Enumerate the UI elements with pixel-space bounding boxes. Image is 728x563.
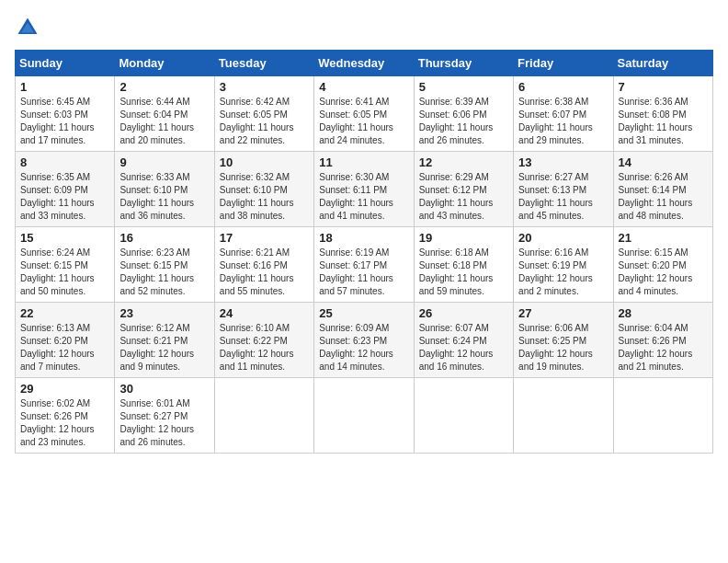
day-number: 13 bbox=[518, 155, 608, 169]
day-number: 14 bbox=[619, 155, 708, 169]
calendar-cell: 20 Sunrise: 6:16 AM Sunset: 6:19 PM Dayl… bbox=[514, 227, 613, 303]
col-header-thursday: Thursday bbox=[414, 51, 513, 76]
calendar-cell: 9 Sunrise: 6:33 AM Sunset: 6:10 PM Dayli… bbox=[115, 152, 214, 227]
day-info: Sunrise: 6:16 AM Sunset: 6:19 PM Dayligh… bbox=[518, 247, 608, 298]
calendar-cell: 27 Sunrise: 6:06 AM Sunset: 6:25 PM Dayl… bbox=[514, 303, 613, 378]
calendar-cell bbox=[214, 378, 313, 454]
calendar-week-row: 8 Sunrise: 6:35 AM Sunset: 6:09 PM Dayli… bbox=[16, 152, 713, 227]
day-info: Sunrise: 6:02 AM Sunset: 6:26 PM Dayligh… bbox=[20, 397, 109, 449]
calendar-table: SundayMondayTuesdayWednesdayThursdayFrid… bbox=[15, 50, 713, 454]
calendar-week-row: 22 Sunrise: 6:13 AM Sunset: 6:20 PM Dayl… bbox=[16, 303, 713, 378]
day-info: Sunrise: 6:07 AM Sunset: 6:24 PM Dayligh… bbox=[419, 322, 508, 373]
col-header-monday: Monday bbox=[115, 51, 214, 76]
logo bbox=[15, 15, 44, 40]
day-number: 9 bbox=[119, 155, 209, 169]
day-number: 4 bbox=[319, 80, 408, 94]
day-info: Sunrise: 6:21 AM Sunset: 6:16 PM Dayligh… bbox=[220, 247, 309, 298]
day-number: 3 bbox=[220, 80, 309, 94]
calendar-cell: 28 Sunrise: 6:04 AM Sunset: 6:26 PM Dayl… bbox=[613, 303, 712, 378]
day-info: Sunrise: 6:29 AM Sunset: 6:12 PM Dayligh… bbox=[419, 171, 508, 223]
day-info: Sunrise: 6:18 AM Sunset: 6:18 PM Dayligh… bbox=[419, 247, 508, 298]
calendar-cell: 26 Sunrise: 6:07 AM Sunset: 6:24 PM Dayl… bbox=[414, 303, 513, 378]
day-info: Sunrise: 6:33 AM Sunset: 6:10 PM Dayligh… bbox=[119, 171, 209, 223]
day-info: Sunrise: 6:04 AM Sunset: 6:26 PM Dayligh… bbox=[619, 322, 708, 373]
calendar-cell: 29 Sunrise: 6:02 AM Sunset: 6:26 PM Dayl… bbox=[16, 378, 115, 454]
day-info: Sunrise: 6:42 AM Sunset: 6:05 PM Dayligh… bbox=[220, 96, 309, 147]
calendar-week-row: 29 Sunrise: 6:02 AM Sunset: 6:26 PM Dayl… bbox=[16, 378, 713, 454]
day-info: Sunrise: 6:10 AM Sunset: 6:22 PM Dayligh… bbox=[220, 322, 309, 373]
calendar-header-row: SundayMondayTuesdayWednesdayThursdayFrid… bbox=[16, 51, 713, 76]
day-number: 1 bbox=[20, 80, 109, 94]
day-number: 21 bbox=[619, 231, 708, 245]
calendar-week-row: 15 Sunrise: 6:24 AM Sunset: 6:15 PM Dayl… bbox=[16, 227, 713, 303]
day-info: Sunrise: 6:36 AM Sunset: 6:08 PM Dayligh… bbox=[619, 96, 708, 147]
day-number: 2 bbox=[119, 80, 209, 94]
day-info: Sunrise: 6:44 AM Sunset: 6:04 PM Dayligh… bbox=[119, 96, 209, 147]
calendar-cell: 19 Sunrise: 6:18 AM Sunset: 6:18 PM Dayl… bbox=[414, 227, 513, 303]
day-info: Sunrise: 6:32 AM Sunset: 6:10 PM Dayligh… bbox=[220, 171, 309, 223]
day-info: Sunrise: 6:15 AM Sunset: 6:20 PM Dayligh… bbox=[619, 247, 708, 298]
calendar-cell: 25 Sunrise: 6:09 AM Sunset: 6:23 PM Dayl… bbox=[314, 303, 414, 378]
calendar-cell: 6 Sunrise: 6:38 AM Sunset: 6:07 PM Dayli… bbox=[514, 76, 613, 152]
calendar-week-row: 1 Sunrise: 6:45 AM Sunset: 6:03 PM Dayli… bbox=[16, 76, 713, 152]
day-info: Sunrise: 6:45 AM Sunset: 6:03 PM Dayligh… bbox=[20, 96, 109, 147]
calendar-cell: 18 Sunrise: 6:19 AM Sunset: 6:17 PM Dayl… bbox=[314, 227, 414, 303]
day-number: 27 bbox=[518, 306, 608, 320]
header bbox=[15, 15, 713, 40]
calendar-cell: 14 Sunrise: 6:26 AM Sunset: 6:14 PM Dayl… bbox=[613, 152, 712, 227]
calendar-cell: 22 Sunrise: 6:13 AM Sunset: 6:20 PM Dayl… bbox=[16, 303, 115, 378]
calendar-cell: 3 Sunrise: 6:42 AM Sunset: 6:05 PM Dayli… bbox=[214, 76, 313, 152]
day-info: Sunrise: 6:06 AM Sunset: 6:25 PM Dayligh… bbox=[518, 322, 608, 373]
day-info: Sunrise: 6:35 AM Sunset: 6:09 PM Dayligh… bbox=[20, 171, 109, 223]
day-number: 7 bbox=[619, 80, 708, 94]
col-header-sunday: Sunday bbox=[16, 51, 115, 76]
day-number: 20 bbox=[518, 231, 608, 245]
calendar-cell: 5 Sunrise: 6:39 AM Sunset: 6:06 PM Dayli… bbox=[414, 76, 513, 152]
day-number: 17 bbox=[220, 231, 309, 245]
calendar-cell: 16 Sunrise: 6:23 AM Sunset: 6:15 PM Dayl… bbox=[115, 227, 214, 303]
col-header-friday: Friday bbox=[514, 51, 613, 76]
col-header-saturday: Saturday bbox=[613, 51, 712, 76]
day-number: 10 bbox=[220, 155, 309, 169]
calendar-cell: 17 Sunrise: 6:21 AM Sunset: 6:16 PM Dayl… bbox=[214, 227, 313, 303]
day-number: 30 bbox=[119, 382, 209, 396]
day-number: 5 bbox=[419, 80, 508, 94]
day-number: 6 bbox=[518, 80, 608, 94]
calendar-cell: 23 Sunrise: 6:12 AM Sunset: 6:21 PM Dayl… bbox=[115, 303, 214, 378]
day-info: Sunrise: 6:09 AM Sunset: 6:23 PM Dayligh… bbox=[319, 322, 408, 373]
day-info: Sunrise: 6:38 AM Sunset: 6:07 PM Dayligh… bbox=[518, 96, 608, 147]
calendar-cell: 4 Sunrise: 6:41 AM Sunset: 6:05 PM Dayli… bbox=[314, 76, 414, 152]
calendar-cell bbox=[514, 378, 613, 454]
day-info: Sunrise: 6:24 AM Sunset: 6:15 PM Dayligh… bbox=[20, 247, 109, 298]
logo-icon bbox=[15, 15, 40, 40]
calendar-cell: 12 Sunrise: 6:29 AM Sunset: 6:12 PM Dayl… bbox=[414, 152, 513, 227]
calendar-cell: 13 Sunrise: 6:27 AM Sunset: 6:13 PM Dayl… bbox=[514, 152, 613, 227]
day-number: 22 bbox=[20, 306, 109, 320]
calendar-cell: 21 Sunrise: 6:15 AM Sunset: 6:20 PM Dayl… bbox=[613, 227, 712, 303]
day-number: 15 bbox=[20, 231, 109, 245]
calendar-cell bbox=[613, 378, 712, 454]
day-number: 24 bbox=[220, 306, 309, 320]
day-info: Sunrise: 6:01 AM Sunset: 6:27 PM Dayligh… bbox=[119, 397, 209, 449]
day-info: Sunrise: 6:12 AM Sunset: 6:21 PM Dayligh… bbox=[119, 322, 209, 373]
day-info: Sunrise: 6:30 AM Sunset: 6:11 PM Dayligh… bbox=[319, 171, 408, 223]
calendar-cell: 7 Sunrise: 6:36 AM Sunset: 6:08 PM Dayli… bbox=[613, 76, 712, 152]
calendar-cell: 24 Sunrise: 6:10 AM Sunset: 6:22 PM Dayl… bbox=[214, 303, 313, 378]
calendar-cell bbox=[414, 378, 513, 454]
day-number: 25 bbox=[319, 306, 408, 320]
calendar-cell: 2 Sunrise: 6:44 AM Sunset: 6:04 PM Dayli… bbox=[115, 76, 214, 152]
calendar-cell: 15 Sunrise: 6:24 AM Sunset: 6:15 PM Dayl… bbox=[16, 227, 115, 303]
day-number: 26 bbox=[419, 306, 508, 320]
day-number: 8 bbox=[20, 155, 109, 169]
day-info: Sunrise: 6:39 AM Sunset: 6:06 PM Dayligh… bbox=[419, 96, 508, 147]
day-info: Sunrise: 6:41 AM Sunset: 6:05 PM Dayligh… bbox=[319, 96, 408, 147]
day-number: 23 bbox=[119, 306, 209, 320]
calendar-cell: 10 Sunrise: 6:32 AM Sunset: 6:10 PM Dayl… bbox=[214, 152, 313, 227]
day-number: 16 bbox=[119, 231, 209, 245]
calendar-cell: 8 Sunrise: 6:35 AM Sunset: 6:09 PM Dayli… bbox=[16, 152, 115, 227]
col-header-tuesday: Tuesday bbox=[214, 51, 313, 76]
col-header-wednesday: Wednesday bbox=[314, 51, 414, 76]
day-number: 11 bbox=[319, 155, 408, 169]
day-number: 28 bbox=[619, 306, 708, 320]
day-info: Sunrise: 6:26 AM Sunset: 6:14 PM Dayligh… bbox=[619, 171, 708, 223]
